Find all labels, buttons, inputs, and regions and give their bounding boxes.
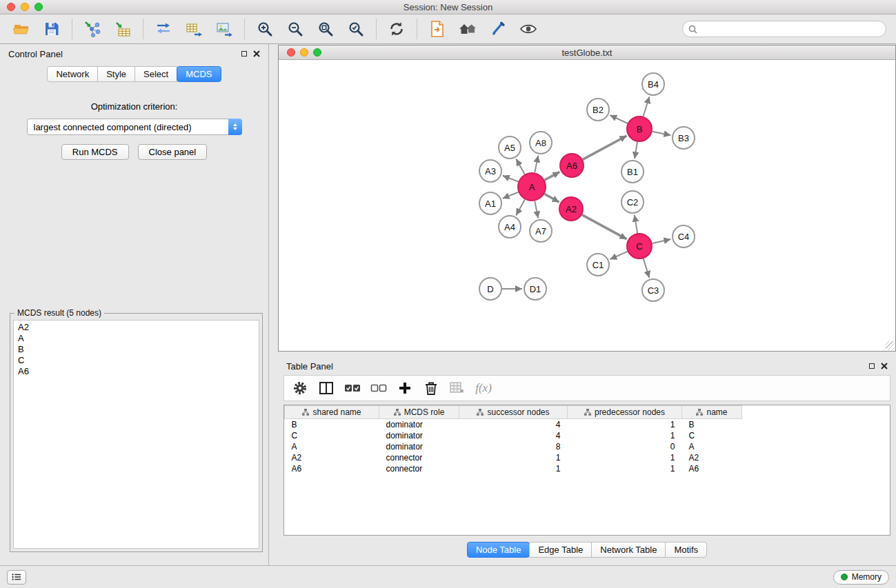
table-cell[interactable]: A	[285, 441, 379, 452]
table-settings-button[interactable]	[287, 377, 313, 399]
mcds-result-list[interactable]: A2ABCA6	[13, 320, 259, 549]
resize-handle[interactable]	[886, 341, 895, 350]
import-network-database-button[interactable]	[423, 17, 452, 41]
import-table-button[interactable]	[108, 17, 137, 41]
graph-node-C2[interactable]: C2	[621, 191, 644, 213]
table-cell[interactable]: 1	[459, 452, 568, 463]
close-table-panel-icon[interactable]	[881, 363, 888, 369]
graph-node-A1[interactable]: A1	[479, 192, 501, 214]
table-cell[interactable]: 0	[568, 441, 682, 452]
graph-node-D1[interactable]: D1	[524, 278, 546, 300]
table-row[interactable]: Cdominator41C	[285, 430, 742, 441]
zoom-network-window-button[interactable]	[313, 48, 321, 57]
add-row-button[interactable]	[392, 377, 418, 399]
table-cell[interactable]: B	[682, 419, 742, 430]
graph-node-D[interactable]: D	[479, 278, 501, 300]
graph-node-A[interactable]: A	[518, 173, 546, 201]
table-row[interactable]: A6connector11A6	[285, 463, 742, 474]
graph-edge[interactable]	[582, 215, 627, 239]
close-window-button[interactable]	[7, 3, 15, 11]
search-input[interactable]	[701, 23, 880, 35]
graph-node-A6[interactable]: A6	[560, 154, 584, 177]
result-item[interactable]: C	[18, 355, 255, 366]
table-cell[interactable]: A6	[285, 463, 379, 474]
export-table-button[interactable]	[179, 17, 208, 41]
column-header-MCDS-role[interactable]: MCDS role	[379, 406, 459, 419]
graph-node-B[interactable]: B	[627, 116, 652, 141]
column-header-shared-name[interactable]: shared name	[285, 406, 379, 419]
table-cell[interactable]: dominator	[379, 430, 459, 441]
graph-edge[interactable]	[610, 252, 627, 259]
graph-edge[interactable]	[535, 156, 538, 173]
first-neighbors-button[interactable]	[453, 17, 482, 41]
table-cell[interactable]: connector	[379, 463, 459, 474]
delete-rows-button[interactable]	[418, 377, 444, 399]
zoom-fit-button[interactable]	[311, 17, 340, 41]
show-graphics-details-button[interactable]	[514, 17, 543, 41]
run-mcds-button[interactable]: Run MCDS	[61, 144, 129, 160]
table-cell[interactable]: C	[285, 430, 379, 441]
table-cell[interactable]: 8	[459, 441, 568, 452]
table-row[interactable]: Adominator80A	[285, 441, 742, 452]
graph-edge[interactable]	[516, 159, 524, 174]
open-session-button[interactable]	[7, 17, 36, 41]
table-cell[interactable]: A2	[682, 452, 742, 463]
tab-network[interactable]: Network	[47, 66, 98, 82]
table-cell[interactable]: C	[682, 430, 742, 441]
table-cell[interactable]: 1	[568, 463, 682, 474]
graph-node-B1[interactable]: B1	[621, 161, 644, 183]
close-panel-button[interactable]: Close panel	[138, 144, 208, 160]
table-cell[interactable]: A6	[682, 463, 742, 474]
table-cell[interactable]: 1	[568, 430, 682, 441]
column-header-successor-nodes[interactable]: successor nodes	[459, 406, 568, 419]
tab-node-table[interactable]: Node Table	[467, 542, 530, 558]
tab-select[interactable]: Select	[135, 66, 177, 82]
graph-edge[interactable]	[644, 97, 650, 116]
table-cell[interactable]: connector	[379, 452, 459, 463]
graph-edge[interactable]	[644, 258, 650, 278]
column-header-name[interactable]: name	[682, 406, 742, 419]
graph-edge[interactable]	[635, 142, 637, 159]
graph-node-A8[interactable]: A8	[530, 132, 552, 154]
graph-edge[interactable]	[503, 192, 519, 199]
graph-edge[interactable]	[635, 215, 637, 233]
network-graph[interactable]: B4B2BB3B1A5A8A6A3AA1A2A4A7C2C4CC1C3DD1	[279, 61, 895, 351]
table-cell[interactable]: 1	[459, 463, 568, 474]
float-panel-icon[interactable]	[241, 51, 247, 57]
result-item[interactable]: A2	[18, 322, 255, 333]
minimize-network-window-button[interactable]	[300, 48, 308, 57]
graph-edge[interactable]	[583, 136, 627, 159]
float-table-panel-icon[interactable]	[869, 363, 875, 369]
table-cell[interactable]: B	[285, 419, 379, 430]
graph-edge[interactable]	[545, 172, 560, 180]
result-item[interactable]: A	[18, 333, 255, 344]
table-row[interactable]: A2connector11A2	[285, 452, 742, 463]
close-panel-icon[interactable]	[253, 50, 260, 57]
network-canvas[interactable]: B4B2BB3B1A5A8A6A3AA1A2A4A7C2C4CC1C3DD1	[279, 61, 895, 351]
graph-node-B2[interactable]: B2	[587, 99, 609, 121]
table-cell[interactable]: 4	[459, 430, 568, 441]
table-cell[interactable]: A2	[285, 452, 379, 463]
tab-motifs[interactable]: Motifs	[665, 542, 707, 558]
import-network-button[interactable]	[78, 17, 107, 41]
table-cell[interactable]: 1	[568, 419, 682, 430]
graph-edge[interactable]	[653, 132, 671, 135]
close-network-window-button[interactable]	[287, 48, 295, 57]
annotations-button[interactable]	[484, 17, 512, 41]
tab-mcds[interactable]: MCDS	[177, 66, 221, 82]
zoom-out-button[interactable]	[281, 17, 310, 41]
graph-node-A5[interactable]: A5	[499, 136, 521, 159]
select-all-button[interactable]	[339, 377, 366, 399]
graph-node-C4[interactable]: C4	[673, 225, 695, 247]
column-header-predecessor-nodes[interactable]: predecessor nodes	[568, 406, 682, 419]
table-cell[interactable]: 4	[459, 419, 568, 430]
graph-node-A3[interactable]: A3	[479, 160, 501, 182]
graph-edge[interactable]	[535, 201, 538, 219]
graph-node-B3[interactable]: B3	[673, 127, 695, 149]
delete-columns-button[interactable]	[444, 377, 470, 399]
graph-edge[interactable]	[516, 199, 525, 215]
table-cell[interactable]: dominator	[379, 419, 459, 430]
zoom-selected-button[interactable]	[341, 17, 370, 41]
export-image-button[interactable]	[210, 17, 239, 41]
deselect-all-button[interactable]	[366, 377, 392, 399]
